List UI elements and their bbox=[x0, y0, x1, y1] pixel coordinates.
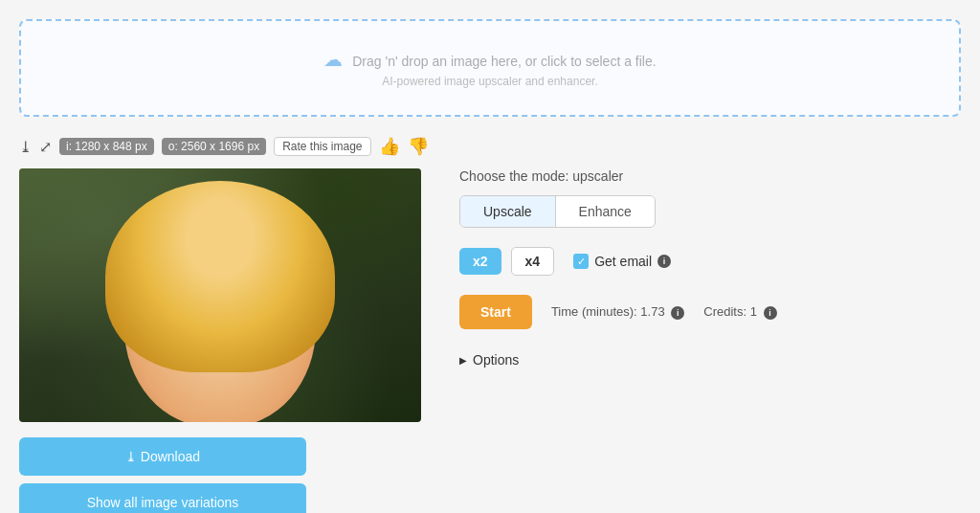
upscale-mode-button[interactable]: Upscale bbox=[460, 196, 556, 227]
thumbs-down-icon[interactable]: 👎 bbox=[408, 136, 429, 157]
start-row: Start Time (minutes): 1.73 i Credits: 1 … bbox=[459, 295, 961, 329]
get-email-info-icon[interactable]: i bbox=[657, 255, 671, 268]
credits-info-icon[interactable]: i bbox=[764, 306, 777, 320]
scale-x4-button[interactable]: x4 bbox=[511, 247, 555, 276]
main-layout: ⤓ Download Show all image variations Cho… bbox=[19, 168, 961, 513]
drop-zone-main: ☁ Drag 'n' drop an image here, or click … bbox=[40, 48, 940, 71]
credits-info: Credits: 1 i bbox=[703, 304, 776, 320]
time-label: Time (minutes): 1.73 bbox=[551, 304, 665, 319]
scale-row: x2 x4 ✓ Get email i bbox=[459, 247, 961, 276]
start-button[interactable]: Start bbox=[459, 295, 532, 329]
scale-x2-button[interactable]: x2 bbox=[459, 248, 501, 275]
image-preview bbox=[19, 168, 421, 422]
enhance-mode-button[interactable]: Enhance bbox=[556, 196, 655, 227]
drop-sub-text: AI-powered image upscaler and enhancer. bbox=[40, 75, 940, 88]
action-buttons: ⤓ Download Show all image variations bbox=[19, 437, 421, 513]
image-photo bbox=[19, 168, 421, 422]
controls-panel: Choose the mode: upscaler Upscale Enhanc… bbox=[459, 168, 961, 368]
get-email-label[interactable]: ✓ Get email i bbox=[573, 254, 671, 269]
options-arrow-icon: ▶ bbox=[459, 355, 467, 366]
input-size-badge: i: 1280 x 848 px bbox=[59, 138, 154, 155]
expand-icon[interactable]: ⤢ bbox=[39, 138, 52, 156]
page-wrapper: ☁ Drag 'n' drop an image here, or click … bbox=[0, 0, 980, 513]
drop-main-text: Drag 'n' drop an image here, or click to… bbox=[352, 54, 656, 69]
show-variations-button[interactable]: Show all image variations bbox=[19, 483, 306, 513]
credits-label: Credits: 1 bbox=[703, 304, 757, 319]
get-email-checkbox[interactable]: ✓ bbox=[573, 254, 589, 269]
thumbs-up-icon[interactable]: 👍 bbox=[379, 136, 400, 157]
mode-toggle: Upscale Enhance bbox=[459, 195, 656, 228]
rate-button[interactable]: Rate this image bbox=[274, 137, 370, 156]
upload-icon: ☁ bbox=[323, 49, 343, 70]
left-panel: ⤓ Download Show all image variations bbox=[19, 168, 421, 513]
download-button[interactable]: ⤓ Download bbox=[19, 437, 306, 476]
time-info-icon[interactable]: i bbox=[671, 306, 684, 320]
options-label: Options bbox=[473, 352, 519, 368]
drop-zone[interactable]: ☁ Drag 'n' drop an image here, or click … bbox=[19, 19, 961, 117]
time-info: Time (minutes): 1.73 i bbox=[551, 304, 684, 320]
mode-label: Choose the mode: upscaler bbox=[459, 168, 961, 184]
get-email-text: Get email bbox=[594, 254, 652, 269]
download-small-icon[interactable]: ⤓ bbox=[19, 138, 32, 156]
options-toggle[interactable]: ▶ Options bbox=[459, 352, 961, 368]
output-size-badge: o: 2560 x 1696 px bbox=[162, 138, 266, 155]
toolbar: ⤓ ⤢ i: 1280 x 848 px o: 2560 x 1696 px R… bbox=[19, 136, 961, 157]
